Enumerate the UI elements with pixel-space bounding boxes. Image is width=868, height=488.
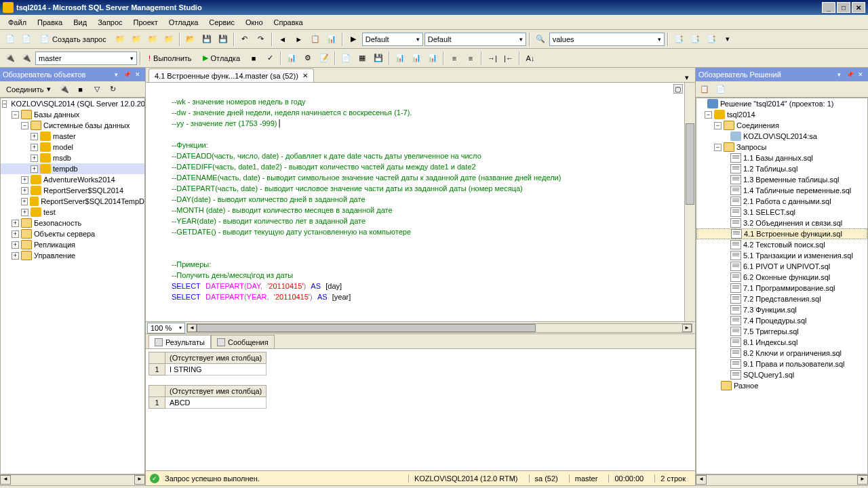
oe-filter-button[interactable]: ▽ bbox=[90, 82, 104, 97]
menu-edit[interactable]: Правка bbox=[32, 17, 68, 28]
se-tree[interactable]: Решение "tsql2014" (проектов: 1) −tsql20… bbox=[696, 98, 868, 474]
editor-vscroll[interactable] bbox=[684, 83, 695, 321]
nav-back-button[interactable]: ◄ bbox=[275, 32, 290, 47]
se-connection-item[interactable]: KOZLOV\SQL2014:sa bbox=[696, 131, 867, 142]
stop-button[interactable]: ■ bbox=[246, 51, 261, 66]
se-file-item[interactable]: 2.1 Работа с данными.sql bbox=[696, 196, 867, 207]
open-se-button[interactable]: 📁 bbox=[161, 32, 176, 47]
doc-tab-active[interactable]: 4.1 Встроенные функ...14.master (sa (52)… bbox=[149, 68, 314, 82]
open-ae-button[interactable]: 📁 bbox=[129, 32, 144, 47]
oe-connect-button[interactable]: Соединить ▾ bbox=[1, 82, 56, 97]
se-queries-folder[interactable]: −Запросы bbox=[696, 142, 867, 152]
new-query-button[interactable]: 📄 Создать запрос bbox=[35, 32, 111, 47]
menu-query[interactable]: Запрос bbox=[92, 17, 127, 28]
oe-db-tempdb[interactable]: +tempdb bbox=[1, 163, 144, 174]
se-file-item[interactable]: 9.1 Права и пользователи.sql bbox=[696, 359, 867, 369]
connect-button[interactable]: 🔌 bbox=[3, 51, 18, 66]
se-file-item[interactable]: 8.2 Ключи и ограничения.sql bbox=[696, 348, 867, 359]
new-button[interactable]: 📄 bbox=[19, 32, 34, 47]
tab-messages[interactable]: Сообщения bbox=[211, 335, 275, 348]
activity-button[interactable]: 📊 bbox=[324, 32, 339, 47]
oe-stop-button[interactable]: ■ bbox=[73, 82, 88, 97]
database-combo[interactable]: master bbox=[35, 52, 137, 65]
se-file-item[interactable]: 4.2 Текстовый поиск.sql bbox=[696, 239, 867, 250]
template-button[interactable]: 📑 bbox=[671, 32, 686, 47]
se-file-item[interactable]: SQLQuery1.sql bbox=[696, 369, 867, 380]
oe-db-test[interactable]: +test bbox=[1, 207, 144, 218]
object-explorer-button[interactable]: 📑 bbox=[704, 32, 719, 47]
results-pane[interactable]: (Отсутствует имя столбца) 1I STRING (Отс… bbox=[146, 348, 695, 470]
options-button[interactable]: ⚙ bbox=[300, 51, 315, 66]
oe-tree[interactable]: −KOZLOV\SQL2014 (SQL Server 12.0.20 −Баз… bbox=[0, 98, 145, 474]
pin-icon[interactable]: 📌 bbox=[845, 70, 854, 79]
tab-results[interactable]: Результаты bbox=[149, 335, 211, 348]
include-stats-button[interactable]: 📊 bbox=[425, 51, 440, 66]
results-grid-button[interactable]: ▦ bbox=[355, 51, 370, 66]
se-file-item[interactable]: 8.1 Индексы.sql bbox=[696, 337, 867, 348]
oe-db-rst[interactable]: +ReportServer$SQL2014TempD bbox=[1, 196, 144, 207]
oe-db-rs[interactable]: +ReportServer$SQL2014 bbox=[1, 185, 144, 196]
se-solution-node[interactable]: Решение "tsql2014" (проектов: 1) bbox=[696, 98, 867, 109]
results-text-button[interactable]: 📄 bbox=[338, 51, 353, 66]
oe-db-aw[interactable]: +AdventureWorks2014 bbox=[1, 174, 144, 185]
results-grid-1[interactable]: (Отсутствует имя столбца) 1I STRING bbox=[149, 352, 267, 375]
se-file-item[interactable]: 1.4 Табличные переменные.sql bbox=[696, 185, 867, 196]
client-stats-button[interactable]: 📊 bbox=[393, 51, 408, 66]
oe-db-model[interactable]: +model bbox=[1, 142, 144, 152]
se-file-item[interactable]: 6.1 PIVOT и UNPIVOT.sql bbox=[696, 261, 867, 272]
col-header[interactable]: (Отсутствует имя столбца) bbox=[165, 352, 267, 364]
uncomment-button[interactable]: ≡ bbox=[463, 51, 478, 66]
menu-project[interactable]: Проект bbox=[128, 17, 163, 28]
doc-tab-dropdown[interactable]: ▾ bbox=[682, 73, 692, 82]
maximize-button[interactable]: □ bbox=[837, 2, 850, 13]
registered-button[interactable]: 📑 bbox=[688, 32, 703, 47]
se-file-item[interactable]: 5.1 Транзакции и изменения.sql bbox=[696, 250, 867, 261]
results-file-button[interactable]: 💾 bbox=[371, 51, 386, 66]
menu-tools[interactable]: Сервис bbox=[203, 17, 240, 28]
outdent-button[interactable]: |← bbox=[501, 51, 516, 66]
intellisense-button[interactable]: 📝 bbox=[317, 51, 332, 66]
save-button[interactable]: 💾 bbox=[199, 32, 214, 47]
se-file-item[interactable]: 1.3 Временные таблицы.sql bbox=[696, 174, 867, 185]
se-hscroll[interactable]: ◄► bbox=[696, 474, 868, 485]
se-file-item[interactable]: 7.4 Процедуры.sql bbox=[696, 315, 867, 326]
se-properties-button[interactable]: 📋 bbox=[697, 82, 712, 97]
se-file-item[interactable]: 7.5 Триггеры.sql bbox=[696, 326, 867, 337]
results-grid-2[interactable]: (Отсутствует имя столбца) 1ABCD bbox=[149, 385, 267, 409]
oe-db-msdb[interactable]: +msdb bbox=[1, 152, 144, 163]
include-plan-button[interactable]: 📊 bbox=[409, 51, 424, 66]
menu-help[interactable]: Справка bbox=[269, 17, 309, 28]
cell[interactable]: ABCD bbox=[165, 397, 267, 409]
se-connections-folder[interactable]: −Соединения bbox=[696, 120, 867, 131]
se-file-item[interactable]: 1.2 Таблицы.sql bbox=[696, 163, 867, 174]
se-misc-folder[interactable]: Разное bbox=[696, 380, 867, 391]
close-icon[interactable]: ✕ bbox=[856, 70, 865, 79]
se-file-item[interactable]: 3.2 Объединения и связи.sql bbox=[696, 218, 867, 228]
se-file-item[interactable]: 6.2 Оконные функции.sql bbox=[696, 272, 867, 283]
oe-server-node[interactable]: −KOZLOV\SQL2014 (SQL Server 12.0.20 bbox=[1, 98, 144, 109]
zoom-combo[interactable]: 100 % bbox=[147, 323, 185, 333]
combo-values[interactable]: values bbox=[549, 33, 665, 46]
sql-editor[interactable]: --wk - значение номеров недель в году --… bbox=[146, 83, 684, 321]
menu-window[interactable]: Окно bbox=[240, 17, 269, 28]
specify-vals-button[interactable]: A↓ bbox=[523, 51, 538, 66]
oe-db-master[interactable]: +master bbox=[1, 131, 144, 142]
editor-hscroll[interactable]: ◄► bbox=[186, 323, 692, 333]
oe-disconnect-button[interactable]: 🔌 bbox=[57, 82, 72, 97]
close-button[interactable]: ✕ bbox=[852, 2, 865, 13]
save-all-button[interactable]: 💾 bbox=[216, 32, 231, 47]
col-header[interactable]: (Отсутствует имя столбца) bbox=[165, 386, 267, 397]
se-show-all-button[interactable]: 📄 bbox=[713, 82, 728, 97]
row-number[interactable]: 1 bbox=[149, 397, 165, 409]
cell[interactable]: I STRING bbox=[165, 364, 267, 375]
se-file-item[interactable]: 7.2 Представления.sql bbox=[696, 293, 867, 304]
doc-tab-close-icon[interactable]: ✕ bbox=[302, 72, 308, 79]
oe-management-folder[interactable]: +Управление bbox=[1, 250, 144, 261]
props-button[interactable]: 📋 bbox=[308, 32, 323, 47]
oe-databases-folder[interactable]: −Базы данных bbox=[1, 109, 144, 120]
oe-replication-folder[interactable]: +Репликация bbox=[1, 239, 144, 250]
oe-security-folder[interactable]: +Безопасность bbox=[1, 218, 144, 228]
debug-button[interactable]: ▶ Отладка bbox=[198, 51, 245, 66]
redo-button[interactable]: ↷ bbox=[254, 32, 269, 47]
open-button[interactable]: 📂 bbox=[183, 32, 198, 47]
